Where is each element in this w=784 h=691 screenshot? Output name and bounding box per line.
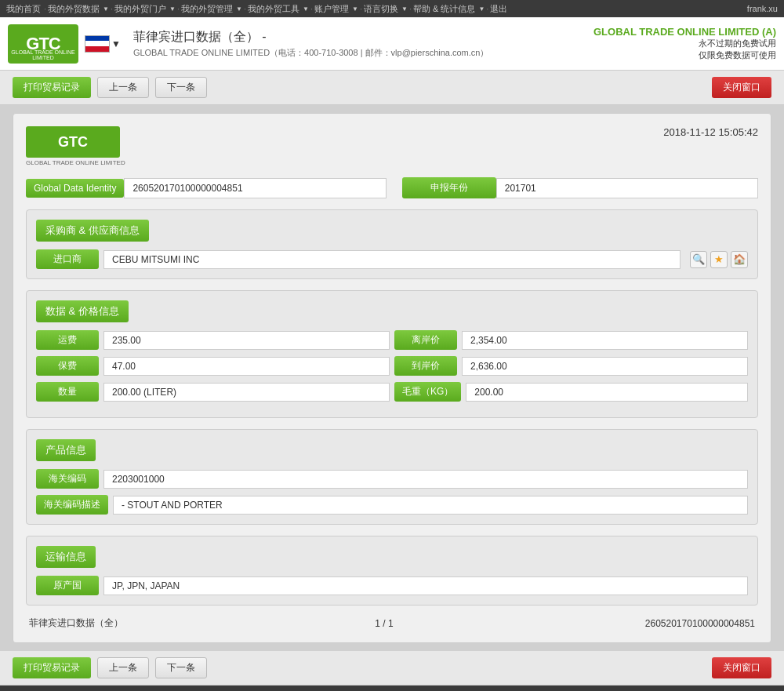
record-logo-sub: GLOBAL TRADE ONLINE LIMITED bbox=[26, 159, 125, 166]
arrival-price-label: 到岸价 bbox=[394, 356, 457, 376]
identity-row: Global Data Identity 2605201701000000048… bbox=[26, 177, 758, 198]
global-data-id-value: 260520170100000004851 bbox=[124, 178, 386, 198]
transport-header: 运输信息 bbox=[36, 546, 96, 568]
hs-code-row: 海关编码 2203001000 bbox=[36, 469, 748, 489]
record-logo-box: GTC bbox=[26, 126, 120, 158]
product-block: 产品信息 海关编码 2203001000 海关编码描述 - STOUT AND … bbox=[26, 429, 758, 525]
buyer-supplier-block: 采购商 & 供应商信息 进口商 CEBU MITSUMI INC 🔍 ★ 🏠 bbox=[26, 209, 758, 279]
close-button-bottom[interactable]: 关闭窗口 bbox=[712, 657, 771, 678]
hs-code-value: 2203001000 bbox=[103, 470, 748, 489]
nav-language[interactable]: 语言切换▼ bbox=[364, 3, 408, 15]
prev-button-top[interactable]: 上一条 bbox=[97, 77, 149, 98]
nav-logout[interactable]: 退出 bbox=[490, 3, 507, 15]
nav-tools[interactable]: 我的外贸工具▼ bbox=[248, 3, 309, 15]
username: frank.xu bbox=[747, 4, 778, 13]
cif-field: 离岸价 2,354.00 bbox=[394, 330, 748, 350]
print-button-bottom[interactable]: 打印贸易记录 bbox=[13, 657, 91, 678]
home-icon[interactable]: 🏠 bbox=[731, 251, 748, 268]
cif-label: 离岸价 bbox=[394, 330, 457, 350]
flag-dropdown[interactable]: ▼ bbox=[111, 38, 121, 49]
page-title: 菲律宾进口数据（全） - bbox=[133, 29, 489, 45]
insurance-label: 保费 bbox=[36, 356, 99, 376]
star-icon[interactable]: ★ bbox=[710, 251, 728, 268]
nav-portal[interactable]: 我的外贸门户▼ bbox=[114, 3, 176, 15]
record-card: GTC GLOBAL TRADE ONLINE LIMITED 2018-11-… bbox=[13, 113, 771, 643]
record-logo: GTC GLOBAL TRADE ONLINE LIMITED bbox=[26, 126, 125, 166]
hs-code-label: 海关编码 bbox=[36, 469, 99, 489]
page-header: GTC GLOBAL TRADE ONLINE LIMITED ▼ 菲律宾进口数… bbox=[0, 17, 784, 71]
cif-value: 2,354.00 bbox=[462, 331, 748, 350]
top-navigation: 我的首页 · 我的外贸数据▼ · 我的外贸门户▼ · 我的外贸管理▼ · 我的外… bbox=[0, 0, 784, 17]
toolbar-top: 打印贸易记录 上一条 下一条 关闭窗口 bbox=[0, 71, 784, 105]
header-right: GLOBAL TRADE ONLINE LIMITED (A) 永不过期的免费试… bbox=[593, 26, 776, 61]
buyer-icons: 🔍 ★ 🏠 bbox=[690, 251, 748, 268]
record-footer-title: 菲律宾进口数据（全） bbox=[29, 616, 123, 630]
importer-label: 进口商 bbox=[36, 249, 99, 269]
brand-name: GLOBAL TRADE ONLINE LIMITED (A) bbox=[593, 26, 776, 38]
origin-country-row: 原产国 JP, JPN, JAPAN bbox=[36, 576, 748, 595]
product-section: 产品信息 海关编码 2203001000 海关编码描述 - STOUT AND … bbox=[26, 429, 758, 525]
hs-desc-label: 海关编码描述 bbox=[36, 495, 108, 515]
arrival-price-value: 2,636.00 bbox=[462, 357, 748, 376]
importer-row: 进口商 CEBU MITSUMI INC 🔍 ★ 🏠 bbox=[36, 249, 748, 269]
hs-desc-row: 海关编码描述 - STOUT AND PORTER bbox=[36, 495, 748, 515]
freight-field: 运费 235.00 bbox=[36, 330, 390, 350]
nav-home[interactable]: 我的首页 bbox=[6, 3, 41, 15]
record-header: GTC GLOBAL TRADE ONLINE LIMITED 2018-11-… bbox=[26, 126, 758, 166]
trial-line2: 仅限免费数据可使用 bbox=[593, 49, 776, 61]
origin-country-value: JP, JPN, JAPAN bbox=[103, 576, 748, 595]
data-price-block: 数据 & 价格信息 运费 235.00 离岸价 2,354.00 保费 47.0… bbox=[26, 290, 758, 418]
gross-weight-label: 毛重（KG） bbox=[394, 382, 461, 402]
gross-weight-value: 200.00 bbox=[466, 383, 748, 402]
insurance-value: 47.00 bbox=[103, 357, 390, 376]
buyer-supplier-header: 采购商 & 供应商信息 bbox=[36, 220, 149, 242]
company-logo: GTC GLOBAL TRADE ONLINE LIMITED bbox=[8, 24, 78, 64]
print-button-top[interactable]: 打印贸易记录 bbox=[13, 77, 91, 98]
close-button-top[interactable]: 关闭窗口 bbox=[712, 77, 771, 98]
logo-subtitle: GLOBAL TRADE ONLINE LIMITED bbox=[8, 49, 78, 60]
arrival-price-field: 到岸价 2,636.00 bbox=[394, 356, 748, 376]
insurance-arrival-row: 保费 47.00 到岸价 2,636.00 bbox=[36, 356, 748, 376]
freight-label: 运费 bbox=[36, 330, 99, 350]
freight-value: 235.00 bbox=[103, 331, 390, 350]
hs-desc-value: - STOUT AND PORTER bbox=[113, 496, 748, 515]
quantity-weight-row: 数量 200.00 (LITER) 毛重（KG） 200.00 bbox=[36, 382, 748, 402]
product-header: 产品信息 bbox=[36, 439, 96, 461]
prev-button-bottom[interactable]: 上一条 bbox=[97, 657, 149, 678]
declare-year-label: 申报年份 bbox=[402, 177, 496, 198]
logo-area: GTC GLOBAL TRADE ONLINE LIMITED ▼ bbox=[8, 24, 121, 64]
page-subtitle: GLOBAL TRADE ONLINE LIMITED（电话：400-710-3… bbox=[133, 47, 489, 59]
nav-account[interactable]: 账户管理▼ bbox=[314, 3, 358, 15]
nav-help[interactable]: 帮助 & 统计信息▼ bbox=[413, 3, 485, 15]
global-data-id-label: Global Data Identity bbox=[26, 179, 124, 198]
quantity-field: 数量 200.00 (LITER) bbox=[36, 382, 390, 402]
quantity-label: 数量 bbox=[36, 382, 99, 402]
header-title-area: 菲律宾进口数据（全） - GLOBAL TRADE ONLINE LIMITED… bbox=[133, 29, 489, 59]
nav-management[interactable]: 我的外贸管理▼ bbox=[181, 3, 242, 15]
trial-line1: 永不过期的免费试用 bbox=[593, 38, 776, 49]
page-footer: 苏ICP备14033305号 Company Website | Global … bbox=[0, 686, 784, 691]
declare-year-value: 201701 bbox=[496, 178, 758, 198]
record-datetime: 2018-11-12 15:05:42 bbox=[663, 126, 758, 138]
next-button-top[interactable]: 下一条 bbox=[155, 77, 207, 98]
data-price-header: 数据 & 价格信息 bbox=[36, 300, 129, 322]
transport-section: 运输信息 原产国 JP, JPN, JAPAN bbox=[26, 536, 758, 606]
buyer-supplier-section: 采购商 & 供应商信息 进口商 CEBU MITSUMI INC 🔍 ★ 🏠 bbox=[26, 209, 758, 279]
freight-cif-row: 运费 235.00 离岸价 2,354.00 bbox=[36, 330, 748, 350]
record-footer-id: 260520170100000004851 bbox=[645, 618, 755, 629]
transport-block: 运输信息 原产国 JP, JPN, JAPAN bbox=[26, 536, 758, 606]
nav-trade-data[interactable]: 我的外贸数据▼ bbox=[48, 3, 109, 15]
gross-weight-field: 毛重（KG） 200.00 bbox=[394, 382, 748, 402]
main-content: GTC GLOBAL TRADE ONLINE LIMITED 2018-11-… bbox=[0, 105, 784, 651]
importer-value: CEBU MITSUMI INC bbox=[103, 250, 681, 269]
next-button-bottom[interactable]: 下一条 bbox=[155, 657, 207, 678]
origin-country-label: 原产国 bbox=[36, 576, 99, 595]
data-price-section: 数据 & 价格信息 运费 235.00 离岸价 2,354.00 保费 47.0… bbox=[26, 290, 758, 418]
quantity-value: 200.00 (LITER) bbox=[103, 383, 390, 402]
toolbar-bottom: 打印贸易记录 上一条 下一条 关闭窗口 bbox=[0, 651, 784, 686]
record-footer-page: 1 / 1 bbox=[375, 618, 393, 629]
insurance-field: 保费 47.00 bbox=[36, 356, 390, 376]
record-footer: 菲律宾进口数据（全） 1 / 1 260520170100000004851 bbox=[26, 616, 758, 630]
search-icon[interactable]: 🔍 bbox=[690, 251, 707, 268]
country-flag bbox=[85, 35, 110, 53]
